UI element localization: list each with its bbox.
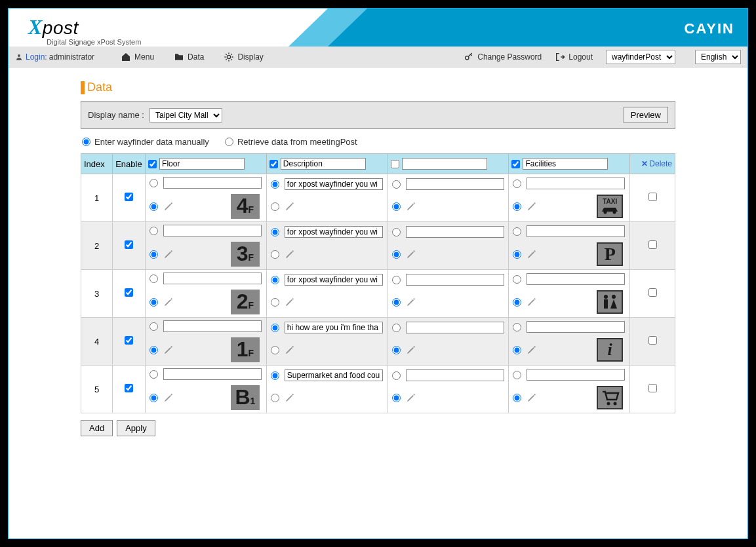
row-enable-checkbox[interactable]: [125, 240, 133, 249]
language-select[interactable]: English: [695, 50, 741, 64]
row-delete-checkbox[interactable]: [648, 288, 657, 297]
logout-button[interactable]: Logout: [555, 52, 593, 62]
cell-text-radio[interactable]: [271, 324, 279, 332]
pencil-icon[interactable]: [527, 249, 537, 259]
pencil-icon[interactable]: [285, 345, 295, 355]
row-delete-checkbox[interactable]: [648, 336, 657, 345]
cell-text-input[interactable]: [527, 321, 625, 333]
cell-text-input[interactable]: [285, 322, 383, 333]
cell-text-radio[interactable]: [513, 227, 521, 236]
row-delete-checkbox[interactable]: [648, 193, 657, 201]
row-delete-checkbox[interactable]: [648, 384, 657, 392]
header-col-0-check[interactable]: [148, 160, 157, 168]
cell-text-input[interactable]: [285, 226, 383, 238]
module-select[interactable]: wayfinderPost: [606, 50, 675, 64]
cell-image-radio[interactable]: [271, 250, 279, 259]
cell-image-radio[interactable]: [513, 298, 521, 307]
header-col-3-input[interactable]: [523, 158, 608, 170]
apply-button[interactable]: Apply: [117, 420, 155, 436]
pencil-icon[interactable]: [527, 345, 537, 355]
header-col-2-input[interactable]: [402, 158, 487, 170]
pencil-icon[interactable]: [285, 249, 295, 259]
pencil-icon[interactable]: [285, 392, 295, 403]
cell-image-radio[interactable]: [149, 298, 158, 307]
cell-text-input[interactable]: [285, 178, 383, 190]
cell-text-radio[interactable]: [513, 323, 521, 331]
cell-text-input[interactable]: [527, 225, 625, 237]
cell-text-radio[interactable]: [513, 371, 521, 379]
cell-text-input[interactable]: [163, 320, 262, 332]
cell-text-input[interactable]: [285, 274, 383, 286]
cell-image-radio[interactable]: [513, 202, 521, 211]
pencil-icon[interactable]: [163, 201, 174, 212]
cell-text-radio[interactable]: [392, 371, 401, 380]
pencil-icon[interactable]: [527, 392, 537, 403]
delete-all-link[interactable]: ✕Delete: [633, 159, 672, 168]
cell-image-radio[interactable]: [149, 394, 158, 402]
pencil-icon[interactable]: [285, 201, 295, 212]
cell-text-radio[interactable]: [149, 179, 158, 187]
cell-image-radio[interactable]: [149, 202, 158, 211]
cell-image-radio[interactable]: [513, 346, 521, 354]
pencil-icon[interactable]: [406, 392, 416, 403]
change-password-button[interactable]: Change Password: [464, 52, 542, 62]
cell-text-radio[interactable]: [149, 227, 158, 235]
cell-image-radio[interactable]: [392, 202, 401, 211]
row-enable-checkbox[interactable]: [125, 288, 133, 297]
pencil-icon[interactable]: [406, 297, 416, 307]
cell-text-input[interactable]: [406, 178, 504, 190]
cell-text-radio[interactable]: [271, 228, 279, 236]
cell-text-input[interactable]: [527, 369, 625, 381]
pencil-icon[interactable]: [527, 297, 537, 307]
cell-text-input[interactable]: [406, 322, 504, 333]
cell-text-input[interactable]: [163, 273, 262, 284]
cell-text-radio[interactable]: [513, 275, 521, 284]
cell-text-input[interactable]: [527, 273, 625, 285]
display-name-select[interactable]: Taipei City Mall: [149, 108, 222, 123]
cell-text-radio[interactable]: [392, 324, 401, 332]
mode-meeting-radio[interactable]: [225, 138, 233, 146]
pencil-icon[interactable]: [285, 297, 295, 307]
cell-image-radio[interactable]: [392, 394, 401, 402]
header-col-1-input[interactable]: [281, 158, 366, 170]
header-col-2-check[interactable]: [391, 160, 399, 168]
cell-text-radio[interactable]: [271, 180, 279, 189]
row-enable-checkbox[interactable]: [125, 384, 133, 392]
mode-manual-radio[interactable]: [82, 138, 90, 146]
header-col-0-input[interactable]: [159, 158, 245, 170]
row-enable-checkbox[interactable]: [125, 193, 133, 201]
cell-image-radio[interactable]: [392, 346, 401, 354]
cell-text-input[interactable]: [406, 226, 504, 238]
cell-image-radio[interactable]: [392, 250, 401, 259]
cell-text-radio[interactable]: [149, 274, 158, 283]
cell-image-radio[interactable]: [392, 298, 401, 307]
header-col-3-check[interactable]: [511, 160, 520, 168]
pencil-icon[interactable]: [163, 392, 174, 403]
cell-image-radio[interactable]: [271, 346, 279, 354]
cell-text-radio[interactable]: [392, 180, 401, 189]
cell-text-radio[interactable]: [392, 276, 401, 284]
cell-image-radio[interactable]: [149, 250, 158, 259]
cell-text-radio[interactable]: [149, 370, 158, 379]
cell-text-input[interactable]: [163, 177, 262, 189]
cell-image-radio[interactable]: [149, 346, 158, 354]
preview-button[interactable]: Preview: [624, 107, 668, 123]
pencil-icon[interactable]: [406, 201, 416, 212]
cell-image-radio[interactable]: [271, 202, 279, 211]
cell-text-radio[interactable]: [271, 276, 279, 284]
add-button[interactable]: Add: [81, 420, 113, 436]
cell-image-radio[interactable]: [271, 298, 279, 307]
pencil-icon[interactable]: [163, 297, 174, 307]
pencil-icon[interactable]: [163, 345, 174, 355]
pencil-icon[interactable]: [406, 249, 416, 259]
cell-text-input[interactable]: [163, 225, 262, 236]
header-col-1-check[interactable]: [269, 160, 278, 168]
cell-image-radio[interactable]: [271, 394, 279, 402]
data-button[interactable]: Data: [174, 52, 204, 62]
cell-text-radio[interactable]: [271, 371, 279, 380]
cell-text-radio[interactable]: [513, 179, 521, 188]
cell-image-radio[interactable]: [513, 394, 521, 402]
row-delete-checkbox[interactable]: [648, 240, 657, 249]
pencil-icon[interactable]: [406, 345, 416, 355]
cell-text-input[interactable]: [527, 178, 625, 189]
